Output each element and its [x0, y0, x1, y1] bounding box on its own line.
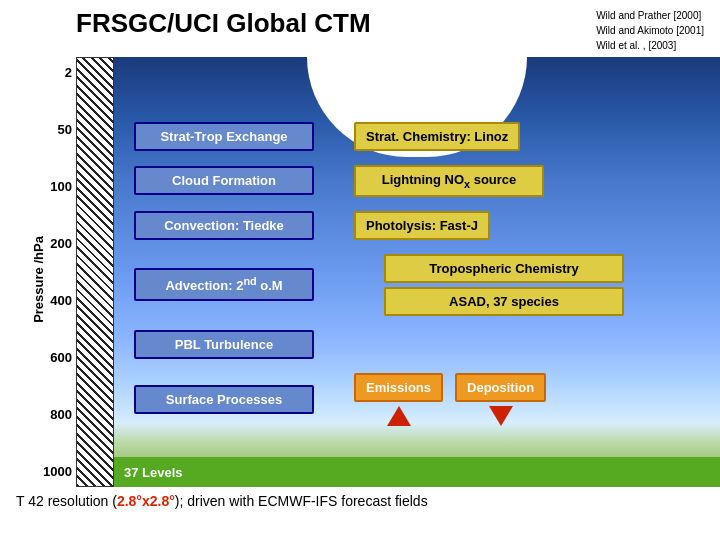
box-row-6: Surface Processes Emissions Deposition [134, 373, 700, 426]
emissions-cell: Emissions [354, 373, 443, 426]
emission-depo-row: Emissions Deposition [354, 373, 546, 426]
box-left-2: Cloud Formation [134, 166, 324, 195]
box-right-6: Emissions Deposition [324, 373, 700, 426]
box-row-5: PBL Turbulence [134, 330, 700, 359]
box-right-2: Lightning NOx source [324, 165, 700, 197]
surface-processes-box: Surface Processes [134, 385, 314, 414]
asad-box: ASAD, 37 species [384, 287, 624, 316]
lightning-nox-box: Lightning NOx source [354, 165, 544, 197]
cloud-formation-box: Cloud Formation [134, 166, 314, 195]
content-area: Strat-Trop Exchange Strat. Chemistry: Li… [114, 57, 720, 487]
box-row-4: Advection: 2nd o.M Tropospheric Chemistr… [134, 254, 700, 316]
diagram-area: Pressure /hPa 2 50 100 200 400 600 800 1… [0, 57, 720, 487]
pressure-axis-container: Pressure /hPa [0, 57, 28, 487]
deposition-cell: Deposition [455, 373, 546, 426]
deposition-arrow-down [489, 406, 513, 426]
boxes-layer: Strat-Trop Exchange Strat. Chemistry: Li… [114, 57, 720, 487]
citations: Wild and Prather [2000] Wild and Akimoto… [596, 8, 704, 53]
citation-2: Wild and Akimoto [2001] [596, 23, 704, 38]
strat-trop-exchange-box: Strat-Trop Exchange [134, 122, 314, 151]
pbl-turbulence-box: PBL Turbulence [134, 330, 314, 359]
lightning-text-after: source [470, 172, 516, 187]
footer-text-after: ); driven with ECMWF-IFS forecast fields [175, 493, 428, 509]
convection-box: Convection: Tiedke [134, 211, 314, 240]
citation-3: Wild et al. , [2003] [596, 38, 704, 53]
footer: T 42 resolution (2.8°x2.8°); driven with… [0, 487, 720, 513]
tick-100: 100 [28, 179, 76, 194]
hatch-column [76, 57, 114, 487]
strat-chemistry-box: Strat. Chemistry: Linoz [354, 122, 520, 151]
box-right-3: Photolysis: Fast-J [324, 211, 700, 240]
box-left-1: Strat-Trop Exchange [134, 122, 324, 151]
box-left-4: Advection: 2nd o.M [134, 268, 324, 300]
tick-1000: 1000 [28, 464, 76, 479]
tick-2: 2 [28, 65, 76, 80]
advection-box: Advection: 2nd o.M [134, 268, 314, 300]
citation-1: Wild and Prather [2000] [596, 8, 704, 23]
tick-600: 600 [28, 350, 76, 365]
box-left-6: Surface Processes [134, 385, 324, 414]
tropo-chemistry-box: Tropospheric Chemistry [384, 254, 624, 283]
emissions-arrow-up [387, 406, 411, 426]
box-right-1: Strat. Chemistry: Linoz [324, 122, 700, 151]
footer-highlight: 2.8°x2.8° [117, 493, 175, 509]
emissions-box: Emissions [354, 373, 443, 402]
footer-text-before: T 42 resolution ( [16, 493, 117, 509]
green-bar: 37 Levels [114, 457, 720, 487]
pressure-ticks: 2 50 100 200 400 600 800 1000 [28, 57, 76, 487]
box-left-3: Convection: Tiedke [134, 211, 324, 240]
tick-200: 200 [28, 236, 76, 251]
deposition-box: Deposition [455, 373, 546, 402]
box-row-3: Convection: Tiedke Photolysis: Fast-J [134, 211, 700, 240]
box-row-2: Cloud Formation Lightning NOx source [134, 165, 700, 197]
box-left-5: PBL Turbulence [134, 330, 324, 359]
page-container: FRSGC/UCI Global CTM Wild and Prather [2… [0, 0, 720, 540]
tick-50: 50 [28, 122, 76, 137]
lightning-text-before: Lightning NO [382, 172, 464, 187]
box-right-4: Tropospheric Chemistry ASAD, 37 species [324, 254, 700, 316]
page-title: FRSGC/UCI Global CTM [16, 8, 371, 39]
tropo-block: Tropospheric Chemistry ASAD, 37 species [354, 254, 624, 316]
box-row-1: Strat-Trop Exchange Strat. Chemistry: Li… [134, 122, 700, 151]
tick-800: 800 [28, 407, 76, 422]
photolysis-box: Photolysis: Fast-J [354, 211, 490, 240]
header: FRSGC/UCI Global CTM Wild and Prather [2… [0, 0, 720, 57]
tick-400: 400 [28, 293, 76, 308]
levels-label: 37 Levels [124, 465, 183, 480]
